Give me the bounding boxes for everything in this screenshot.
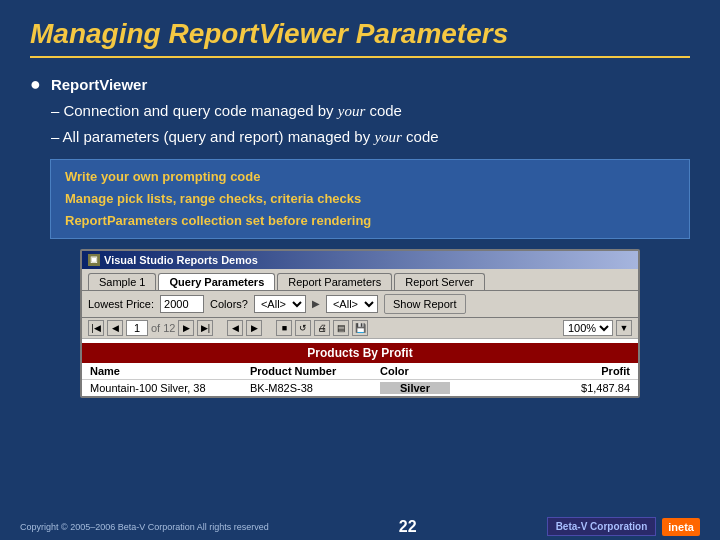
price-input[interactable] bbox=[160, 295, 204, 313]
bullet-point-2: – All parameters (query and report) mana… bbox=[51, 124, 439, 151]
row-profit: $1,487.84 bbox=[450, 382, 630, 394]
toolbar-row: Lowest Price: Colors? <All> ▶ <All> Show… bbox=[82, 290, 638, 318]
tab-report-server[interactable]: Report Server bbox=[394, 273, 484, 290]
tabs-row: Sample 1 Query Parameters Report Paramet… bbox=[82, 269, 638, 290]
price-label: Lowest Price: bbox=[88, 298, 154, 310]
highlight-line-2: Manage pick lists, range checks, criteri… bbox=[65, 188, 675, 210]
nav-next-button[interactable]: ▶ bbox=[178, 320, 194, 336]
bullet-main-label: ReportViewer bbox=[51, 76, 147, 93]
logo-area: Beta-V Corporation ineta bbox=[547, 517, 700, 536]
tab-report-parameters[interactable]: Report Parameters bbox=[277, 273, 392, 290]
show-report-button[interactable]: Show Report bbox=[384, 294, 466, 314]
tab-query-parameters[interactable]: Query Parameters bbox=[158, 273, 275, 290]
logo-box: Beta-V Corporation bbox=[547, 517, 657, 536]
report-area: Products By Profit Name Product Number C… bbox=[82, 339, 638, 396]
report-header-row: Name Product Number Color Profit bbox=[82, 363, 638, 380]
highlight-line-1: Write your own prompting code bbox=[65, 166, 675, 188]
ieta-badge: ineta bbox=[662, 518, 700, 536]
row-product: BK-M82S-38 bbox=[250, 382, 380, 394]
page-input[interactable] bbox=[126, 320, 148, 336]
arrow-icon: ▶ bbox=[312, 298, 320, 309]
col-header-name: Name bbox=[90, 365, 250, 377]
logo-text: Beta-V Corporation bbox=[556, 521, 648, 532]
colors-label: Colors? bbox=[210, 298, 248, 310]
second-select[interactable]: <All> bbox=[326, 295, 378, 313]
highlight-box: Write your own prompting code Manage pic… bbox=[50, 159, 690, 239]
tab-sample1[interactable]: Sample 1 bbox=[88, 273, 156, 290]
col-header-product: Product Number bbox=[250, 365, 380, 377]
bullet-point-1: – Connection and query code managed by y… bbox=[51, 98, 439, 125]
col-header-color: Color bbox=[380, 365, 450, 377]
nav-first-button[interactable]: |◀ bbox=[88, 320, 104, 336]
nav-row: |◀ ◀ of 12 ▶ ▶| ◀ ▶ ■ ↺ 🖨 ▤ 💾 100% ▼ bbox=[82, 318, 638, 339]
bullet-dot: ● bbox=[30, 74, 41, 95]
zoom-dropdown-button[interactable]: ▼ bbox=[616, 320, 632, 336]
demo-window: ▣ Visual Studio Reports Demos Sample 1 Q… bbox=[80, 249, 640, 398]
nav-layout-button[interactable]: ▤ bbox=[333, 320, 349, 336]
page-number: 22 bbox=[399, 518, 417, 536]
nav-refresh-button[interactable]: ↺ bbox=[295, 320, 311, 336]
col-header-profit: Profit bbox=[450, 365, 630, 377]
report-title: Products By Profit bbox=[82, 343, 638, 363]
row-color: Silver bbox=[380, 382, 450, 394]
window-titlebar: ▣ Visual Studio Reports Demos bbox=[82, 251, 638, 269]
window-title: Visual Studio Reports Demos bbox=[104, 254, 258, 266]
nav-forward-button[interactable]: ▶ bbox=[246, 320, 262, 336]
nav-print-button[interactable]: 🖨 bbox=[314, 320, 330, 336]
nav-stop-button[interactable]: ■ bbox=[276, 320, 292, 336]
nav-back-button[interactable]: ◀ bbox=[227, 320, 243, 336]
bottom-bar: Copyright © 2005–2006 Beta-V Corporation… bbox=[0, 513, 720, 540]
zoom-select[interactable]: 100% bbox=[563, 320, 613, 336]
nav-prev-button[interactable]: ◀ bbox=[107, 320, 123, 336]
bullet-section: ● ReportViewer – Connection and query co… bbox=[30, 72, 690, 151]
bullet-content: ReportViewer – Connection and query code… bbox=[51, 72, 439, 151]
nav-last-button[interactable]: ▶| bbox=[197, 320, 213, 336]
highlight-line-3: ReportParameters collection set before r… bbox=[65, 210, 675, 232]
nav-of-label: of bbox=[151, 322, 160, 334]
page-title: Managing ReportViewer Parameters bbox=[30, 18, 690, 58]
copyright-text: Copyright © 2005–2006 Beta-V Corporation… bbox=[20, 522, 269, 532]
slide: Managing ReportViewer Parameters ● Repor… bbox=[0, 0, 720, 540]
table-row: Mountain-100 Silver, 38 BK-M82S-38 Silve… bbox=[82, 380, 638, 396]
window-icon: ▣ bbox=[88, 254, 100, 266]
nav-export-button[interactable]: 💾 bbox=[352, 320, 368, 336]
colors-select[interactable]: <All> bbox=[254, 295, 306, 313]
row-name: Mountain-100 Silver, 38 bbox=[90, 382, 250, 394]
nav-total-pages: 12 bbox=[163, 322, 175, 334]
